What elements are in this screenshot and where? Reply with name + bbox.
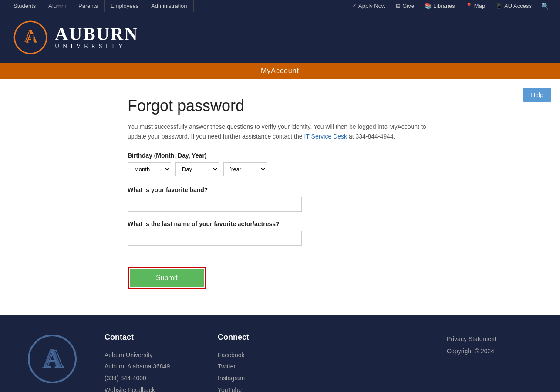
site-footer: A U A Contact Auburn University Auburn, … [0, 315, 560, 392]
nav-au-access[interactable]: 📱 AU Access [490, 0, 537, 12]
mobile-icon: 📱 [496, 0, 503, 12]
nav-libraries[interactable]: 📚 Libraries [419, 0, 460, 12]
birthday-row: Month Day Year [128, 162, 432, 176]
birthday-month-select[interactable]: Month [128, 162, 171, 176]
nav-give[interactable]: ⊞ Give [391, 0, 419, 12]
myaccount-bar: MyAccount [0, 63, 560, 79]
favorite-actor-input[interactable] [128, 231, 302, 246]
top-navigation: Students Alumni Parents Employees Admini… [0, 0, 560, 12]
main-nav-links: Students Alumni Parents Employees Admini… [7, 0, 194, 12]
footer-facebook-link[interactable]: Facebook [218, 349, 305, 361]
nav-students[interactable]: Students [7, 0, 42, 12]
nav-alumni[interactable]: Alumni [42, 0, 72, 12]
favorite-band-group: What is your favorite band? [128, 186, 432, 212]
nav-employees[interactable]: Employees [105, 0, 145, 12]
nav-parents[interactable]: Parents [72, 0, 105, 12]
grid-icon: ⊞ [396, 0, 401, 12]
submit-button[interactable]: Submit [130, 269, 204, 287]
nav-search[interactable]: 🔍 [537, 0, 553, 12]
site-header: A A A U AUBURN UNIVERSITY [0, 12, 560, 63]
footer-logo: A U A [26, 333, 78, 386]
footer-legal: Privacy Statement Copyright © 2024 [447, 333, 534, 357]
favorite-band-label: What is your favorite band? [128, 186, 432, 193]
footer-privacy-statement[interactable]: Privacy Statement [447, 333, 534, 345]
svg-text:U: U [30, 31, 40, 47]
footer-copyright: Copyright © 2024 [447, 345, 534, 357]
map-pin-icon: 📍 [466, 0, 472, 12]
footer-twitter-link[interactable]: Twitter [218, 361, 305, 372]
birthday-year-select[interactable]: Year [223, 162, 267, 176]
favorite-actor-label: What is the last name of your favorite a… [128, 220, 432, 227]
footer-auburn-logo: A U A [26, 333, 78, 385]
footer-youtube-link[interactable]: YouTube [218, 384, 305, 392]
intro-paragraph: You must successfully answer these quest… [128, 122, 432, 142]
au-logo-link[interactable]: A A A U AUBURN UNIVERSITY [13, 20, 138, 55]
svg-text:A: A [44, 344, 64, 373]
footer-connect-heading: Connect [218, 333, 305, 345]
page-title: Forgot password [128, 97, 432, 115]
help-button[interactable]: Help [523, 88, 551, 102]
search-icon: 🔍 [541, 0, 549, 12]
favorite-actor-group: What is the last name of your favorite a… [128, 220, 432, 246]
footer-university-name: Auburn University [105, 349, 192, 361]
footer-phone: (334) 844-4000 [105, 372, 192, 384]
form-container: Forgot password You must successfully an… [115, 97, 445, 289]
footer-address: Auburn, Alabama 36849 [105, 361, 192, 372]
main-content: Help Forgot password You must successful… [0, 79, 560, 315]
checkmark-icon: ✓ [352, 0, 357, 12]
nav-administration[interactable]: Administration [145, 0, 193, 12]
footer-instagram-link[interactable]: Instagram [218, 372, 305, 384]
footer-connect: Connect Facebook Twitter Instagram YouTu… [218, 333, 305, 392]
auburn-logo-icon: A A A U [13, 20, 48, 55]
footer-website-feedback[interactable]: Website Feedback [105, 384, 192, 392]
birthday-group: Birthday (Month, Day, Year) Month Day Ye… [128, 152, 432, 176]
university-subtitle: UNIVERSITY [55, 43, 138, 50]
book-icon: 📚 [425, 0, 432, 12]
birthday-label: Birthday (Month, Day, Year) [128, 152, 432, 159]
submit-wrapper: Submit [128, 267, 206, 289]
utility-nav-links: ✓ Apply Now ⊞ Give 📚 Libraries 📍 Map 📱 A… [347, 0, 553, 12]
footer-contact: Contact Auburn University Auburn, Alabam… [105, 333, 192, 392]
footer-contact-heading: Contact [105, 333, 192, 345]
birthday-day-select[interactable]: Day [175, 162, 219, 176]
nav-apply-now[interactable]: ✓ Apply Now [347, 0, 391, 12]
nav-map[interactable]: 📍 Map [460, 0, 490, 12]
favorite-band-input[interactable] [128, 197, 302, 212]
it-service-desk-link[interactable]: IT Service Desk [304, 133, 347, 140]
university-name: AUBURN [55, 25, 138, 43]
